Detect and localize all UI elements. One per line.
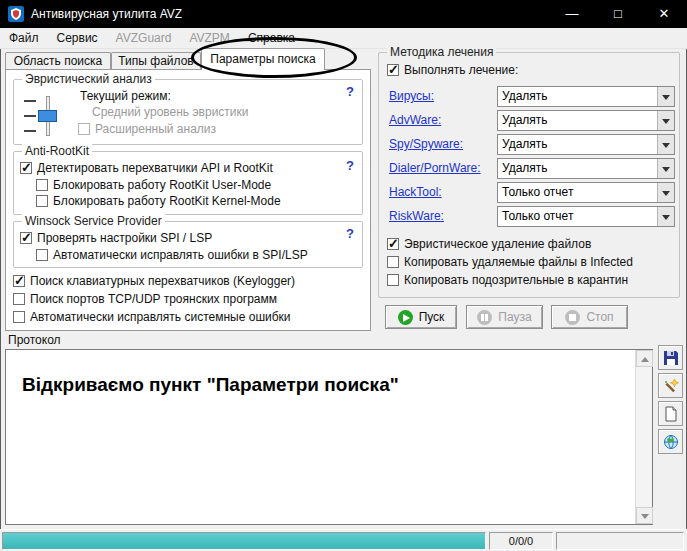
checkbox-rootkit-detect[interactable]: Детектировать перехватчики API и RootKit	[20, 161, 273, 175]
combo-dialer-pornware[interactable]: Удалять	[497, 158, 675, 179]
checkbox-keylogger-search[interactable]: Поиск клавиатурных перехватчиков (Keylog…	[13, 274, 295, 288]
current-mode-value: Средний уровень эвристики	[92, 105, 249, 119]
heuristics-help-icon[interactable]: ?	[346, 84, 354, 99]
chevron-down-icon[interactable]	[657, 87, 674, 106]
link-hacktool[interactable]: HackTool:	[389, 185, 442, 199]
group-antirootkit: Anti-RootKit ? Детектировать перехватчик…	[13, 151, 363, 215]
checkbox-fix-spi[interactable]: Автоматически исправлять ошибки в SPI/LS…	[36, 248, 308, 262]
menu-avzguard[interactable]: AVZGuard	[107, 28, 181, 48]
checkbox-box	[36, 195, 48, 207]
combo-advware[interactable]: Удалять	[497, 110, 675, 131]
statusbar: 0/0/0	[0, 529, 687, 551]
chevron-down-icon[interactable]	[657, 183, 674, 202]
checkbox-fix-system-errors[interactable]: Автоматически исправлять системные ошибк…	[13, 310, 291, 324]
slider-tick	[24, 130, 36, 132]
start-button-label: Пуск	[419, 310, 445, 324]
checkbox-label: Блокировать работу RootKit Kernel-Mode	[53, 194, 281, 208]
link-riskware[interactable]: RiskWare:	[389, 209, 444, 223]
checkbox-rootkit-block-user[interactable]: Блокировать работу RootKit User-Mode	[36, 178, 271, 192]
checkbox-tcp-udp-ports[interactable]: Поиск портов TCP/UDP троянских программ	[13, 292, 277, 306]
antirootkit-help-icon[interactable]: ?	[346, 158, 354, 173]
chevron-down-icon[interactable]	[657, 207, 674, 226]
group-heuristics: Эвристический анализ ? Текущий режим: Ср…	[13, 79, 363, 145]
checkbox-check-spi[interactable]: Проверять настройки SPI / LSP	[20, 231, 212, 245]
combo-value: Удалять	[502, 137, 548, 151]
maximize-button[interactable]: □	[595, 0, 641, 28]
combo-hacktool[interactable]: Только отчет	[497, 182, 675, 203]
chevron-down-icon[interactable]	[657, 111, 674, 130]
globe-icon	[663, 434, 679, 450]
checkbox-label: Автоматически исправлять системные ошибк…	[30, 310, 291, 324]
tab-search-params[interactable]: Параметры поиска	[201, 48, 325, 70]
stop-button[interactable]: Стоп	[551, 305, 628, 329]
winsock-help-icon[interactable]: ?	[346, 226, 354, 241]
start-button[interactable]: Пуск	[385, 305, 457, 329]
network-button[interactable]	[658, 429, 683, 454]
checkbox-box	[36, 179, 48, 191]
protocol-area[interactable]: Відкриваємо пункт "Параметри поиска"	[5, 349, 653, 525]
checkbox-extended-analysis[interactable]: Расширенный анализ	[78, 122, 216, 136]
current-mode-label: Текущий режим:	[80, 89, 171, 103]
link-viruses[interactable]: Вирусы:	[389, 89, 434, 103]
save-protocol-button[interactable]	[658, 345, 683, 370]
checkbox-box	[36, 249, 48, 261]
checkbox-rootkit-block-kernel[interactable]: Блокировать работу RootKit Kernel-Mode	[36, 194, 281, 208]
menu-file[interactable]: Файл	[0, 28, 48, 48]
checkbox-copy-suspicious-quarantine[interactable]: Копировать подозрительные в карантин	[387, 273, 628, 287]
menu-service[interactable]: Сервис	[48, 28, 107, 48]
slider-thumb[interactable]	[38, 110, 57, 122]
new-document-button[interactable]	[658, 401, 683, 426]
close-icon: ✕	[659, 6, 670, 21]
chevron-down-icon[interactable]	[657, 159, 674, 178]
checkbox-copy-deleted-infected[interactable]: Копировать удаляемые файлы в Infected	[387, 255, 633, 269]
checkbox-box	[387, 256, 399, 268]
menu-help[interactable]: Справка	[239, 28, 304, 48]
checkbox-box	[20, 162, 32, 174]
checkbox-perform-treatment[interactable]: Выполнять лечение:	[387, 63, 518, 77]
scroll-up-icon[interactable]	[636, 350, 653, 367]
maximize-icon: □	[614, 6, 622, 21]
status-panel	[556, 532, 684, 550]
heuristics-level-slider[interactable]	[22, 94, 60, 138]
checkbox-heuristic-delete[interactable]: Эвристическое удаление файлов	[387, 237, 591, 251]
group-winsock-caption: Winsock Service Provider	[22, 214, 165, 228]
stop-button-label: Стоп	[586, 310, 613, 324]
close-button[interactable]: ✕	[641, 0, 687, 28]
pause-button[interactable]: Пауза	[466, 305, 543, 329]
protocol-annotation-text: Відкриваємо пункт "Параметри поиска"	[22, 374, 399, 396]
combo-value: Удалять	[502, 113, 548, 127]
minimize-icon: —	[566, 6, 579, 21]
link-spyware[interactable]: Spy/Spyware:	[389, 137, 463, 151]
link-dialer-pornware[interactable]: Dialer/PornWare:	[389, 161, 481, 175]
checkbox-label: Автоматически исправлять ошибки в SPI/LS…	[53, 248, 308, 262]
checkbox-label: Поиск клавиатурных перехватчиков (Keylog…	[30, 274, 295, 288]
menu-avzpm[interactable]: AVZPM	[180, 28, 238, 48]
chevron-down-icon[interactable]	[657, 135, 674, 154]
combo-spyware[interactable]: Удалять	[497, 134, 675, 155]
checkbox-box	[20, 232, 32, 244]
combo-viruses[interactable]: Удалять	[497, 86, 675, 107]
slider-tick	[24, 100, 36, 102]
pause-button-label: Пауза	[498, 310, 531, 324]
tab-search-area[interactable]: Область поиска	[5, 52, 111, 69]
checkbox-label: Выполнять лечение:	[404, 63, 518, 77]
link-advware[interactable]: AdvWare:	[389, 113, 441, 127]
combo-value: Удалять	[502, 89, 548, 103]
protocol-label: Протокол	[8, 333, 61, 347]
checkbox-label: Копировать удаляемые файлы в Infected	[404, 255, 633, 269]
search-params-page: Эвристический анализ ? Текущий режим: Ср…	[5, 69, 371, 331]
tab-file-types[interactable]: Типы файлов	[111, 52, 201, 69]
checkbox-box	[13, 293, 25, 305]
document-icon	[663, 406, 679, 422]
checkbox-label: Блокировать работу RootKit User-Mode	[53, 178, 271, 192]
floppy-icon	[663, 350, 679, 366]
group-antirootkit-caption: Anti-RootKit	[22, 144, 92, 158]
protocol-scrollbar[interactable]	[635, 350, 652, 524]
checkbox-box	[13, 311, 25, 323]
combo-riskware[interactable]: Только отчет	[497, 206, 675, 227]
progress-panel	[2, 532, 486, 550]
minimize-button[interactable]: —	[549, 0, 595, 28]
app-icon	[8, 6, 24, 22]
scroll-down-icon[interactable]	[636, 507, 653, 524]
wizard-button[interactable]	[658, 373, 683, 398]
